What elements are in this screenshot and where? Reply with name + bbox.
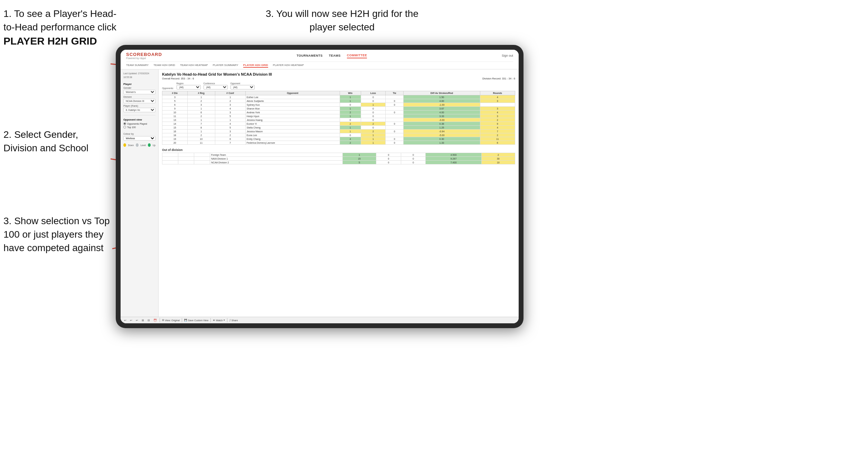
table-cell: 1 (215, 118, 245, 122)
table-cell: 1 (361, 133, 386, 137)
nav-sign-out[interactable]: Sign out (502, 54, 513, 57)
undo-btn[interactable]: ↩ (123, 318, 127, 322)
table-cell: 15 (162, 126, 188, 130)
copy-btn[interactable]: ⊞ (141, 318, 145, 322)
player-section: Player Gender Women's Division NCAA Divi… (123, 83, 155, 112)
out-table-cell: 4.500 (426, 153, 481, 157)
table-cell: 9 (480, 122, 515, 126)
filter-region-select[interactable]: (All) (177, 85, 201, 89)
table-cell: 1 (187, 95, 215, 99)
table-cell: 2 (340, 141, 361, 145)
paste-btn[interactable]: ⊟ (147, 318, 151, 322)
filter-conference-select[interactable]: (All) (204, 85, 228, 89)
table-cell: 3 (480, 99, 515, 103)
sub-player-summary[interactable]: PLAYER SUMMARY (213, 63, 238, 68)
table-cell: 1 (187, 107, 215, 111)
table-cell (480, 103, 515, 107)
nav-bar: SCOREBOARD Powered by clippd TOURNAMENTS… (121, 50, 519, 69)
nav-teams[interactable]: TEAMS (329, 53, 341, 58)
table-cell: 2 (187, 133, 215, 137)
table-cell: 7 (187, 122, 215, 126)
out-table-cell: 1 (342, 153, 376, 157)
back-btn[interactable]: ↩ (135, 318, 139, 322)
table-cell (386, 114, 404, 118)
legend-green (148, 143, 151, 147)
filter-opponent-select[interactable]: (All) (230, 85, 255, 89)
step1-bold: PLAYER H2H GRID (3, 35, 97, 47)
table-row: 1613Jessica Mason120-0.947 (162, 130, 515, 133)
table-cell: 7 (480, 130, 515, 133)
nav-links: TOURNAMENTS TEAMS COMMITTEE (297, 53, 367, 58)
watch-btn[interactable]: 👁 Watch ▾ (213, 319, 225, 322)
view-original[interactable]: ⊞ View: Original (162, 319, 180, 322)
sub-player-h2h[interactable]: PLAYER H2H GRID (243, 63, 268, 68)
filter-opponent-group: Opponent (All) (230, 82, 255, 89)
save-custom-view[interactable]: 💾 Save Custom View (184, 319, 208, 322)
col-loss: Loss (361, 91, 386, 95)
step3-left-text: 3. Show selection vs Top 100 or just pla… (3, 216, 110, 253)
nav-committee[interactable]: COMMITTEE (347, 53, 367, 58)
table-cell (386, 126, 404, 130)
table-cell: 4 (215, 122, 245, 126)
share-btn[interactable]: ⤴ Share (229, 319, 238, 322)
table-cell: 1 (215, 95, 245, 99)
out-table-cell: NCAA Division 2 (210, 161, 343, 164)
sub-team-summary[interactable]: TEAM SUMMARY (126, 63, 149, 68)
out-table-cell: 15 (342, 157, 376, 161)
table-cell: Euna Lee (245, 133, 340, 137)
col-rounds: Rounds (480, 91, 515, 95)
table-cell: 3 (215, 103, 245, 107)
tablet: SCOREBOARD Powered by clippd TOURNAMENTS… (116, 45, 523, 328)
watch-label: Watch (216, 319, 223, 322)
table-cell: 18 (162, 133, 188, 137)
radio-group: Opponents Played Top 100 (123, 122, 155, 128)
filter-opponents-group: Opponents: (162, 87, 174, 89)
table-cell: -5.00 (404, 133, 480, 137)
table-row: 1474Eunice Yi2200.389 (162, 122, 515, 126)
sub-player-heatmap[interactable]: PLAYER H2H HEATMAP (273, 63, 304, 68)
table-cell: Emily Chang (245, 137, 340, 141)
filter-opponents-label: Opponents: (162, 87, 174, 89)
division-label: Division (123, 96, 155, 98)
division-select[interactable]: NCAA Division III (123, 99, 155, 103)
out-table-row: NAIA Division 115009.26730 (162, 157, 515, 161)
table-cell: 1 (187, 118, 215, 122)
table-cell: Jessica Mason (245, 130, 340, 133)
radio-dot-top100 (123, 126, 126, 128)
table-cell: 2 (361, 122, 386, 126)
table-cell: -0.94 (404, 130, 480, 133)
clock-btn[interactable]: ⏰ (153, 318, 158, 322)
radio-opponents-played[interactable]: Opponents Played (123, 122, 155, 125)
radio-top100-label: Top 100 (127, 126, 136, 128)
table-cell: 4.00 (404, 99, 480, 103)
table-cell: 0 (340, 118, 361, 122)
out-table-cell (194, 161, 210, 164)
out-table-cell: 7.400 (426, 161, 481, 164)
table-cell: 0.38 (404, 122, 480, 126)
table-cell: 4 (340, 137, 361, 141)
radio-top100[interactable]: Top 100 (123, 126, 155, 128)
redo-btn[interactable]: ↩ (129, 318, 133, 322)
filter-region-label: Region (177, 82, 201, 85)
table-cell: 0 (386, 141, 404, 145)
table-cell: 10 (187, 137, 215, 141)
colour-by-select[interactable]: Win/loss (123, 136, 155, 141)
table-cell: 0 (361, 95, 386, 99)
sub-team-h2h[interactable]: TEAM H2H GRID (153, 63, 175, 68)
table-cell: Federica Domecq Lacroze (245, 141, 340, 145)
player-rank-select[interactable]: 8. Katelyn Vo (123, 108, 155, 112)
out-table-cell (178, 161, 194, 164)
table-cell: 2 (340, 122, 361, 126)
table-cell: 1 (340, 107, 361, 111)
table-cell: 3 (480, 107, 515, 111)
instruction-bottom-left: 3. Show selection vs Top 100 or just pla… (3, 214, 114, 255)
step3-right-text: 3. You will now see H2H grid for the pla… (266, 8, 418, 32)
out-table-cell: 30 (481, 157, 515, 161)
out-of-division-title: Out of division (162, 148, 515, 152)
table-cell: 14 (162, 122, 188, 126)
sub-team-heatmap[interactable]: TEAM H2H HEATMAP (180, 63, 208, 68)
colour-by-label: Colour by (123, 133, 155, 135)
gender-select[interactable]: Women's (123, 90, 155, 94)
nav-tournaments[interactable]: TOURNAMENTS (297, 53, 323, 58)
table-cell: Sydney Kuo (245, 103, 340, 107)
